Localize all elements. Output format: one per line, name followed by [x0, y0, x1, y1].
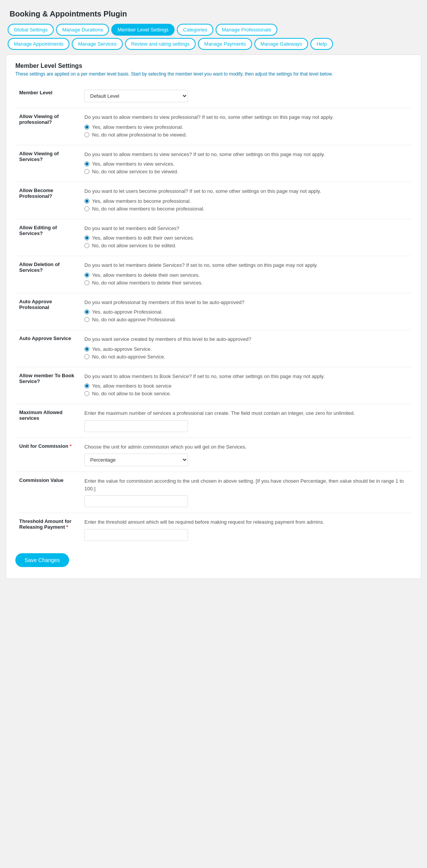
radio-label-viewing-professional-no: No, do not allow professional to be view…: [92, 132, 187, 138]
panel-subtitle: These settings are applied on a per memb…: [15, 71, 412, 77]
radio-viewing-services-no: No, do not allow services to be viewed.: [84, 169, 408, 174]
input-max-allowed-services[interactable]: 0: [84, 420, 188, 432]
label-max-allowed-services: Maximum Allowed services: [15, 404, 81, 438]
tab-manage-gateways[interactable]: Manage Gateways: [254, 38, 308, 50]
radio-viewing-services-yes: Yes, allow members to view services.: [84, 161, 408, 167]
radio-label-viewing-services-yes: Yes, allow members to view services.: [92, 161, 175, 167]
cell-allow-viewing-professional: Do you want to allow members to view pro…: [81, 108, 412, 145]
row-auto-approve-professional: Auto Approve Professional Do you want pr…: [15, 293, 412, 330]
required-star-threshold-amount: *: [66, 524, 68, 530]
cell-allow-editing-services: Do you want to let members edit Services…: [81, 219, 412, 256]
row-member-level: Member Level Default Level Administrator…: [15, 84, 412, 108]
label-allow-editing-services: Allow Editing of Services?: [15, 219, 81, 256]
input-commission-value[interactable]: 1: [84, 495, 188, 507]
radio-label-auto-approve-service-yes: Yes, auto-approve Service.: [92, 346, 152, 352]
cell-commission-value: Enter the value for commission according…: [81, 472, 412, 513]
tab-manage-professionals[interactable]: Manage Professionals: [216, 24, 277, 36]
radio-input-auto-approve-service-yes[interactable]: [84, 347, 89, 352]
required-star-unit-commission: *: [69, 443, 71, 449]
cell-member-level: Default Level Administrator Subscriber E…: [81, 84, 412, 108]
radio-auto-approve-professional-yes: Yes, auto-approve Professional.: [84, 309, 408, 315]
desc-threshold-amount: Enter the threshold amount which will be…: [84, 518, 408, 526]
radio-input-viewing-services-no[interactable]: [84, 169, 89, 174]
cell-allow-become-professional: Do you want to let users become professi…: [81, 182, 412, 219]
radio-auto-approve-service-yes: Yes, auto-approve Service.: [84, 346, 408, 352]
radio-deletion-services-yes: Yes, allow members to delete their own s…: [84, 272, 408, 278]
radio-become-professional-no: No, do not allow members to become profe…: [84, 206, 408, 212]
nav-tabs: Global Settings Manage Durations Member …: [6, 24, 421, 36]
radio-label-viewing-professional-yes: Yes, allow members to view professional.: [92, 124, 183, 130]
label-auto-approve-professional: Auto Approve Professional: [15, 293, 81, 330]
radio-input-deletion-services-no[interactable]: [84, 280, 89, 285]
row-threshold-amount: Threshold Amount for Releasing Payment *…: [15, 513, 412, 546]
settings-table: Member Level Default Level Administrator…: [15, 84, 412, 546]
radio-input-deletion-services-yes[interactable]: [84, 273, 89, 278]
desc-allow-viewing-services: Do you want to allow members to view ser…: [84, 151, 408, 158]
label-allow-deletion-services: Allow Deletion of Services?: [15, 256, 81, 293]
desc-allow-deletion-services: Do you want to let members delete Servic…: [84, 261, 408, 269]
radio-input-viewing-professional-yes[interactable]: [84, 125, 89, 130]
tab-manage-appointments[interactable]: Manage Appointments: [8, 38, 69, 50]
tab-manage-payments[interactable]: Manage Payments: [198, 38, 252, 50]
row-commission-value: Commission Value Enter the value for com…: [15, 472, 412, 513]
radio-input-auto-approve-professional-no[interactable]: [84, 317, 89, 322]
label-threshold-amount: Threshold Amount for Releasing Payment *: [15, 513, 81, 546]
save-changes-button[interactable]: Save Changes: [15, 553, 69, 567]
desc-allow-become-professional: Do you want to let users become professi…: [84, 187, 408, 195]
tab-member-level-settings[interactable]: Member Level Settings: [111, 24, 175, 36]
radio-input-editing-services-no[interactable]: [84, 243, 89, 248]
radio-input-viewing-services-yes[interactable]: [84, 161, 89, 166]
radio-label-become-professional-yes: Yes, allow members to become professiona…: [92, 198, 191, 204]
desc-allow-viewing-professional: Do you want to allow members to view pro…: [84, 113, 408, 121]
tab-manage-services[interactable]: Manage Services: [72, 38, 122, 50]
label-auto-approve-service: Auto Approve Service: [15, 330, 81, 367]
page-title: Booking & Appointments Plugin: [6, 6, 421, 18]
row-auto-approve-service: Auto Approve Service Do you want service…: [15, 330, 412, 367]
row-allow-viewing-professional: Allow Viewing of professional? Do you wa…: [15, 108, 412, 145]
radio-editing-services-yes: Yes, allow members to edit their own ser…: [84, 235, 408, 241]
radio-label-editing-services-yes: Yes, allow members to edit their own ser…: [92, 235, 194, 241]
desc-max-allowed-services: Enter the maximum number of services a p…: [84, 409, 408, 417]
cell-allow-deletion-services: Do you want to let members delete Servic…: [81, 256, 412, 293]
radio-label-become-professional-no: No, do not allow members to become profe…: [92, 206, 204, 212]
radio-input-auto-approve-service-no[interactable]: [84, 354, 89, 359]
radio-input-editing-services-yes[interactable]: [84, 235, 89, 240]
cell-allow-viewing-services: Do you want to allow members to view ser…: [81, 145, 412, 182]
radio-input-book-service-yes[interactable]: [84, 383, 89, 388]
label-allow-book-service: Allow member To Book Service?: [15, 367, 81, 404]
radio-auto-approve-service-no: No, do not auto-approve Service.: [84, 354, 408, 360]
radio-label-deletion-services-no: No, do not allow members to delete their…: [92, 280, 203, 286]
radio-input-auto-approve-professional-yes[interactable]: [84, 309, 89, 314]
radio-input-book-service-no[interactable]: [84, 391, 89, 396]
tab-review-rating[interactable]: Review and rating settings: [125, 38, 196, 50]
cell-auto-approve-professional: Do you want professional by members of t…: [81, 293, 412, 330]
cell-max-allowed-services: Enter the maximum number of services a p…: [81, 404, 412, 438]
row-max-allowed-services: Maximum Allowed services Enter the maxim…: [15, 404, 412, 438]
radio-input-viewing-professional-no[interactable]: [84, 132, 89, 137]
cell-unit-commission: Choose the unit for admin commission whi…: [81, 437, 412, 472]
desc-unit-commission: Choose the unit for admin commission whi…: [84, 443, 408, 451]
desc-auto-approve-professional: Do you want professional by members of t…: [84, 299, 408, 306]
tab-categories[interactable]: Categories: [177, 24, 213, 36]
tab-manage-durations[interactable]: Manage Durations: [56, 24, 109, 36]
input-threshold-amount[interactable]: 100: [84, 529, 188, 541]
radio-input-become-professional-no[interactable]: [84, 206, 89, 211]
row-allow-become-professional: Allow Become Professional? Do you want t…: [15, 182, 412, 219]
radio-label-auto-approve-professional-no: No, do not auto-approve Professional.: [92, 317, 176, 322]
row-allow-book-service: Allow member To Book Service? Do you wan…: [15, 367, 412, 404]
desc-allow-book-service: Do you want to allow members to Book Ser…: [84, 373, 408, 380]
radio-book-service-yes: Yes, allow members to book service: [84, 383, 408, 389]
tab-help[interactable]: Help: [310, 38, 333, 50]
label-member-level: Member Level: [15, 84, 81, 108]
radio-input-become-professional-yes[interactable]: [84, 199, 89, 204]
select-member-level[interactable]: Default Level Administrator Subscriber E…: [84, 90, 188, 102]
label-unit-commission: Unit for Commission *: [15, 437, 81, 472]
cell-threshold-amount: Enter the threshold amount which will be…: [81, 513, 412, 546]
tab-global-settings[interactable]: Global Settings: [8, 24, 54, 36]
label-commission-value: Commission Value: [15, 472, 81, 513]
radio-label-auto-approve-professional-yes: Yes, auto-approve Professional.: [92, 309, 163, 315]
radio-label-viewing-services-no: No, do not allow services to be viewed.: [92, 169, 178, 174]
radio-editing-services-no: No, do not allow services to be edited.: [84, 243, 408, 248]
select-unit-commission[interactable]: Percentage Fixed Amount: [84, 454, 188, 466]
radio-label-auto-approve-service-no: No, do not auto-approve Service.: [92, 354, 165, 360]
